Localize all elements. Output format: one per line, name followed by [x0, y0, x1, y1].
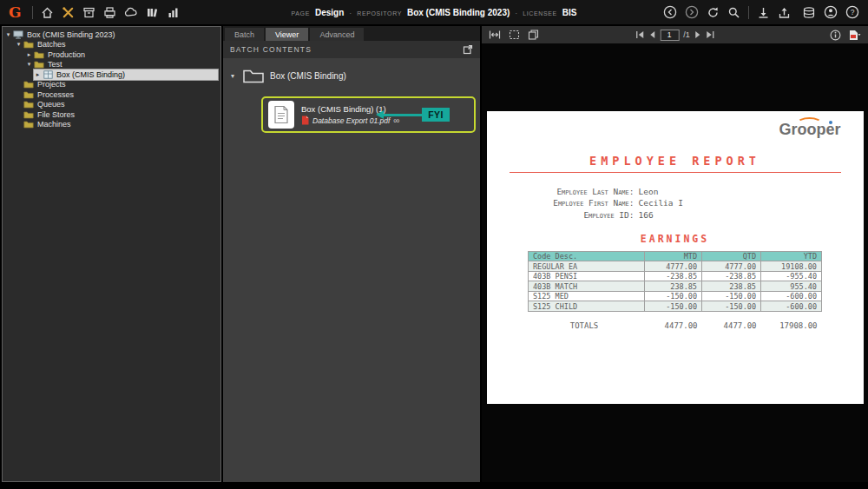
tree-item-file-stores[interactable]: File Stores — [15, 109, 220, 120]
table-row: S125 MED -150.00 -150.00 -600.00 — [529, 291, 822, 301]
batch-document-item[interactable]: Box (CMIS Binding) (1) Database Export 0… — [261, 96, 476, 133]
popout-icon[interactable] — [463, 44, 473, 55]
table-cell: 403B PENSI — [529, 271, 645, 281]
folder-icon — [23, 80, 35, 89]
export-pdf-button[interactable] — [848, 30, 861, 41]
expander-icon[interactable]: ▾ — [15, 41, 23, 48]
page-value[interactable]: Design — [315, 8, 344, 17]
totals-row: TOTALS 4477.00 4477.00 17908.00 — [529, 321, 822, 330]
fit-width-button[interactable] — [489, 30, 501, 40]
help-button[interactable]: ? — [845, 5, 859, 19]
tree-item-label: Box (CMIS Binding 2023) — [24, 30, 115, 39]
fyi-annotation: FYI — [376, 108, 450, 122]
topbar-divider — [32, 6, 33, 19]
totals-value: 17908.00 — [761, 321, 822, 330]
viewer-toolbar: /1 — [482, 26, 868, 43]
page-total-label: /1 — [683, 30, 690, 39]
expander-icon[interactable]: ▾ — [228, 72, 237, 80]
main-content: ▾ Box (CMIS Binding 2023) ▾ Batches ▸ Pr… — [2, 26, 868, 482]
table-row: 403B PENSI -238.85 -238.85 -955.40 — [529, 271, 822, 281]
page-label: PAGE — [292, 10, 310, 17]
stack-icon[interactable] — [802, 6, 816, 19]
home-icon[interactable] — [41, 6, 54, 19]
batches-icon[interactable] — [82, 6, 95, 19]
column-header: YTD — [761, 251, 822, 261]
last-page-button[interactable] — [706, 30, 715, 39]
user-button[interactable] — [824, 5, 838, 19]
prev-page-button[interactable] — [648, 30, 655, 39]
info-button[interactable] — [830, 30, 841, 41]
folder-icon — [23, 100, 35, 109]
folder-icon — [23, 40, 35, 49]
tree-item-queues[interactable]: Queues — [15, 100, 220, 110]
batch-folder-label: Box (CMIS Binding) — [270, 71, 346, 81]
viewer-canvas[interactable]: Grooper EMPLOYEE REPORT Employee Last Na… — [482, 43, 868, 482]
stats-icon[interactable] — [167, 6, 180, 19]
top-bar: G PAGE De — [0, 0, 868, 24]
fit-page-button[interactable] — [509, 30, 520, 40]
tree-item-label: Batches — [35, 40, 66, 49]
refresh-button[interactable] — [707, 6, 720, 19]
expander-icon[interactable]: ▸ — [25, 51, 33, 58]
totals-label: TOTALS — [529, 321, 645, 330]
tree-item-machines[interactable]: Machines — [15, 120, 220, 130]
tab-advanced[interactable]: Advanced — [310, 28, 364, 41]
earnings-heading: EARNINGS — [487, 233, 864, 245]
table-cell: -150.00 — [702, 291, 761, 301]
tree-item-root[interactable]: ▾ Box (CMIS Binding 2023) — [4, 30, 220, 40]
table-row: REGULAR EA 4777.00 4777.00 19108.00 — [529, 261, 822, 272]
page-number-input[interactable] — [660, 30, 679, 41]
expander-icon[interactable]: ▾ — [25, 61, 33, 68]
tree-item-label: Projects — [35, 80, 66, 89]
expander-icon[interactable]: ▸ — [34, 71, 42, 78]
download-button[interactable] — [757, 6, 770, 19]
tree-item-production[interactable]: ▸ Production — [25, 50, 220, 60]
table-cell: -600.00 — [761, 291, 822, 301]
field-label: Employee ID: — [487, 209, 635, 221]
table-cell: 403B MATCH — [529, 281, 645, 292]
folder-icon — [33, 60, 45, 69]
tree-item-box-cmis-binding[interactable]: ▸ Box (CMIS Binding) — [34, 69, 218, 80]
topbar-right-group: ? — [663, 5, 859, 19]
tree-item-batches[interactable]: ▾ Batches — [15, 40, 220, 50]
document-page[interactable]: Grooper EMPLOYEE REPORT Employee Last Na… — [487, 111, 864, 404]
title-rule — [510, 172, 841, 173]
tab-viewer[interactable]: Viewer — [266, 28, 308, 41]
topbar-left-group: G — [9, 3, 180, 21]
grooper-logo[interactable]: G — [9, 3, 22, 21]
table-cell: 238.85 — [645, 281, 702, 292]
tree-item-processes[interactable]: Processes — [15, 89, 220, 100]
back-button[interactable] — [663, 5, 677, 19]
forward-button[interactable] — [685, 5, 699, 19]
repository-value[interactable]: Box (CMIS Binding 2023) — [407, 8, 510, 17]
tree-item-projects[interactable]: Projects — [15, 80, 220, 90]
expander-icon[interactable]: ▾ — [4, 31, 12, 38]
batch-contents-header: BATCH CONTENTS — [223, 41, 480, 58]
pdf-icon — [301, 116, 309, 125]
tools-icon[interactable] — [62, 6, 75, 19]
table-header-row: Code Desc. MTD QTD YTD — [529, 251, 822, 261]
search-button[interactable] — [727, 6, 740, 19]
scanner-icon[interactable] — [103, 6, 116, 19]
table-cell: -600.00 — [761, 301, 822, 312]
breadcrumb-dot: · — [349, 9, 352, 17]
breadcrumb: PAGE Design · REPOSITORY Box (CMIS Bindi… — [292, 8, 577, 17]
viewer-panel: /1 — [482, 26, 868, 482]
table-cell: 955.40 — [761, 281, 822, 292]
tab-batch[interactable]: Batch — [225, 28, 264, 41]
field-row: Employee ID: 166 — [487, 209, 864, 221]
table-row: 403B MATCH 238.85 238.85 955.40 — [529, 281, 822, 292]
table-cell: -150.00 — [645, 301, 702, 312]
tree-item-test[interactable]: ▾ Test — [25, 60, 220, 70]
table-cell: -150.00 — [645, 291, 702, 301]
first-page-button[interactable] — [635, 30, 644, 39]
upload-button[interactable] — [778, 6, 791, 19]
batch-folder-item[interactable]: ▾ Box (CMIS Binding) — [228, 67, 480, 84]
batch-icon — [42, 70, 54, 79]
table-cell: REGULAR EA — [529, 261, 645, 272]
cloud-icon[interactable] — [124, 6, 138, 19]
library-icon[interactable] — [146, 6, 159, 19]
batch-contents-title: BATCH CONTENTS — [230, 45, 312, 54]
next-page-button[interactable] — [694, 30, 701, 39]
pages-button[interactable] — [528, 30, 539, 40]
